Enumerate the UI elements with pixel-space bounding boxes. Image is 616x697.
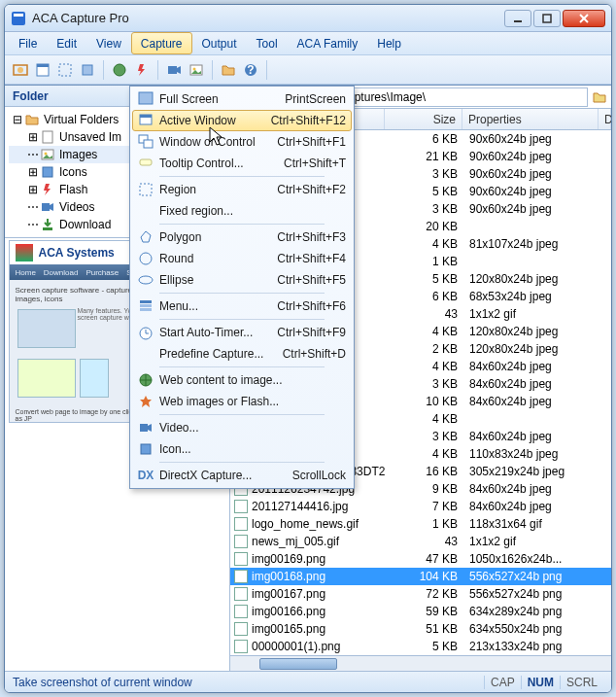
svg-rect-3	[543, 15, 551, 22]
flash-icon	[40, 182, 55, 197]
tb-window-icon[interactable]	[33, 60, 52, 80]
file-row[interactable]: img00167.png72 KB556x527x24b png	[230, 585, 611, 603]
menu-item-fixed-region-[interactable]: Fixed region...	[132, 200, 352, 222]
dl-icon	[40, 217, 55, 232]
tb-web-icon[interactable]	[110, 60, 129, 80]
menu-item-web-images-or-flash-[interactable]: Web images or Flash...	[132, 391, 352, 412]
menu-item-tooltip-control-[interactable]: Tooltip Control...Ctrl+Shift+T	[132, 153, 352, 174]
svg-rect-1	[14, 14, 23, 17]
menu-item-directx-capture-[interactable]: DXDirectX Capture...ScrollLock	[132, 465, 352, 486]
menu-item-menu-[interactable]: Menu...Ctrl+Shift+F6	[132, 296, 352, 317]
menu-view[interactable]: View	[86, 32, 131, 54]
maximize-button[interactable]	[533, 10, 561, 27]
horizontal-scrollbar[interactable]	[230, 655, 611, 671]
main-window: ACA Capture Pro FileEditViewCaptureOutpu…	[4, 4, 612, 693]
tt-icon	[136, 155, 155, 172]
svg-point-32	[139, 276, 153, 284]
folder-icon	[24, 112, 40, 127]
col-size[interactable]: Size	[385, 109, 462, 129]
aw-icon	[136, 112, 155, 129]
file-icon	[234, 500, 248, 513]
file-row[interactable]: img00169.png47 KB1050x1626x24b...	[230, 550, 611, 568]
svg-point-31	[140, 253, 152, 264]
tb-flash-icon[interactable]	[132, 60, 152, 80]
doc-icon	[40, 129, 55, 145]
wf-icon	[136, 393, 155, 410]
menu-separator	[159, 224, 325, 225]
file-row[interactable]: logo_home_news.gif1 KB118x31x64 gif	[230, 515, 611, 533]
mn-icon	[136, 297, 155, 315]
go-folder-icon[interactable]	[592, 89, 607, 105]
menu-separator	[159, 293, 325, 294]
tb-help-icon[interactable]: ?	[241, 60, 260, 80]
tb-video-icon[interactable]	[164, 60, 184, 80]
tb-image-icon[interactable]	[187, 60, 206, 80]
svg-rect-40	[140, 424, 148, 432]
col-date[interactable]: D	[599, 109, 611, 129]
file-icon	[234, 517, 248, 531]
svg-rect-34	[140, 304, 152, 307]
titlebar[interactable]: ACA Capture Pro	[5, 5, 611, 32]
close-button[interactable]	[563, 10, 605, 27]
menu-tool[interactable]: Tool	[247, 32, 288, 54]
menu-edit[interactable]: Edit	[47, 32, 86, 54]
menu-item-round[interactable]: RoundCtrl+Shift+F4	[132, 248, 352, 269]
el-icon	[136, 271, 155, 289]
tb-capture-icon[interactable]	[11, 60, 30, 80]
rg-icon	[136, 181, 155, 198]
tb-folder-icon[interactable]	[219, 60, 238, 80]
svg-rect-11	[83, 65, 92, 75]
file-row[interactable]: img00165.png51 KB634x550x24b png	[230, 620, 611, 638]
svg-rect-41	[141, 444, 151, 454]
window-title: ACA Capture Pro	[32, 11, 504, 25]
tb-region-icon[interactable]	[55, 60, 75, 80]
status-scrl: SCRL	[560, 676, 603, 689]
svg-rect-13	[168, 66, 177, 74]
minimize-button[interactable]	[504, 10, 531, 27]
menu-help[interactable]: Help	[367, 32, 411, 54]
status-num: NUM	[521, 676, 560, 689]
menu-item-window-or-control[interactable]: Window or ControlCtrl+Shift+F1	[132, 131, 352, 153]
file-icon	[234, 640, 248, 653]
menu-item-predefine-capture-[interactable]: Predefine Capture...Ctrl+Shift+D	[132, 343, 352, 365]
file-row[interactable]: img00168.png104 KB556x527x24b png	[230, 568, 611, 585]
menu-item-polygon[interactable]: PolygonCtrl+Shift+F3	[132, 227, 352, 248]
menu-output[interactable]: Output	[192, 32, 247, 54]
menu-item-full-screen[interactable]: Full ScreenPrintScreen	[132, 88, 352, 110]
svg-rect-10	[59, 64, 71, 76]
menubar: FileEditViewCaptureOutputToolACA FamilyH…	[5, 32, 611, 55]
file-row[interactable]: img00166.png59 KB634x289x24b png	[230, 603, 611, 620]
svg-rect-28	[144, 140, 153, 148]
menu-item-web-content-to-image-[interactable]: Web content to image...	[132, 369, 352, 391]
menu-item-region[interactable]: RegionCtrl+Shift+F2	[132, 179, 352, 200]
file-row[interactable]: news_mj_005.gif431x1x2 gif	[230, 533, 611, 550]
menu-capture[interactable]: Capture	[131, 32, 192, 54]
menu-item-start-auto-timer-[interactable]: Start Auto-Timer...Ctrl+Shift+F9	[132, 322, 352, 343]
menu-item-active-window[interactable]: Active WindowCtrl+Shift+F12	[132, 110, 352, 131]
at-icon	[136, 324, 155, 341]
menu-item-icon-[interactable]: Icon...	[132, 438, 352, 460]
pg-icon	[136, 228, 155, 246]
svg-rect-21	[43, 167, 52, 177]
fr-icon	[136, 202, 155, 220]
file-row[interactable]: 201127144416.jpg7 KB84x60x24b jpeg	[230, 498, 611, 515]
svg-rect-29	[140, 159, 152, 165]
toolbar: ?	[5, 55, 611, 85]
content-area: Folder ⊟Virtual Folders⊞Unsaved Im⋯Image…	[5, 85, 611, 671]
menu-file[interactable]: File	[9, 32, 47, 54]
file-row[interactable]: 00000001(1).png5 KB213x133x24b png	[230, 638, 611, 655]
svg-point-12	[114, 64, 125, 76]
menu-separator	[159, 319, 325, 320]
file-icon	[234, 587, 248, 601]
img-icon	[40, 147, 55, 162]
menu-item-ellipse[interactable]: EllipseCtrl+Shift+F5	[132, 269, 352, 291]
menu-item-video-[interactable]: Video...	[132, 417, 352, 438]
svg-rect-9	[37, 64, 49, 67]
col-properties[interactable]: Properties	[462, 109, 599, 129]
scrollbar-thumb[interactable]	[259, 658, 337, 670]
svg-rect-22	[42, 203, 50, 211]
status-text: Take screenshot of current window	[13, 676, 484, 689]
menu-aca-family[interactable]: ACA Family	[288, 32, 368, 54]
tb-object-icon[interactable]	[78, 60, 97, 80]
status-cap: CAP	[484, 676, 521, 689]
